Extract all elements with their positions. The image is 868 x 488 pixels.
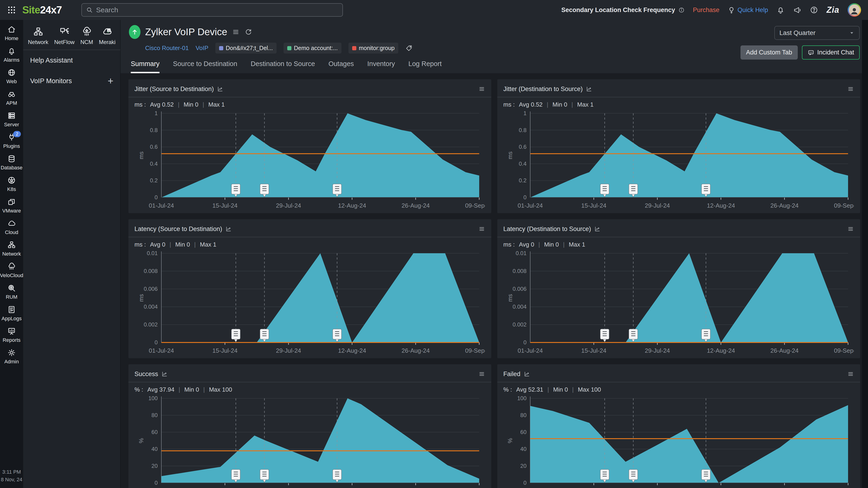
monitor-tag[interactable]: Don&#x27;t_Del...: [215, 43, 277, 54]
breadcrumb-link-voip[interactable]: VoIP: [196, 44, 209, 52]
svg-text:20: 20: [151, 463, 158, 469]
sidebar-item-admin[interactable]: Admin: [0, 346, 23, 367]
incident-chat-button[interactable]: Incident Chat: [802, 45, 860, 60]
divider: [128, 382, 491, 382]
add-monitor-plus-icon[interactable]: +: [107, 78, 113, 84]
product-network[interactable]: Network: [28, 25, 49, 45]
svg-text:29-Jul-24: 29-Jul-24: [645, 202, 670, 209]
sidebar-item-plugins[interactable]: 2 Plugins: [0, 130, 23, 152]
product-label: NCM: [81, 39, 93, 45]
sidebar-item-cloud[interactable]: Cloud: [0, 216, 23, 238]
annotation-flag[interactable]: [231, 329, 240, 342]
divider: [497, 237, 860, 237]
sidebar-item-alarms[interactable]: Alarms: [0, 44, 23, 65]
purchase-link[interactable]: Purchase: [693, 6, 719, 14]
chart-menu-icon[interactable]: [847, 86, 854, 93]
scrollbar-track[interactable]: [862, 20, 868, 488]
sidebar-item-applogs[interactable]: AppLogs: [0, 302, 23, 324]
time-range-select[interactable]: Last Quarter: [774, 26, 860, 40]
sidebar-item-velocloud[interactable]: VeloCloud: [0, 259, 23, 281]
sidebar-item-reports[interactable]: Reports: [0, 324, 23, 346]
chart-title: Failed: [503, 370, 521, 378]
monitor-header: Zylker VoIP Device Cisco Router-01VoIP D…: [121, 20, 868, 73]
velocloud-icon: [7, 262, 16, 271]
breadcrumb-link-cisco-router-01[interactable]: Cisco Router-01: [145, 44, 189, 52]
svg-text:0.004: 0.004: [513, 303, 527, 310]
sidebar-item-web[interactable]: Web: [0, 65, 23, 87]
info-icon[interactable]: [678, 7, 685, 13]
tab-outages[interactable]: Outages: [329, 60, 354, 73]
chart-title: Latency (Source to Destination): [134, 225, 222, 233]
svg-text:100: 100: [517, 395, 527, 401]
sidebar-item-apm[interactable]: APM: [0, 87, 23, 108]
tab-destination-to-source[interactable]: Destination to Source: [251, 60, 315, 73]
tab-log-report[interactable]: Log Report: [408, 60, 442, 73]
tab-inventory[interactable]: Inventory: [367, 60, 395, 73]
avatar-person-icon: [849, 4, 860, 15]
search-input[interactable]: [96, 6, 338, 14]
expand-chart-icon[interactable]: [586, 86, 592, 92]
monitor-tag[interactable]: Demo account:...: [283, 43, 341, 54]
logo-site: Site: [22, 4, 40, 15]
chart-stats: ms : Avg 0.52 | Min 0 | Max 1: [134, 101, 485, 108]
notifications-bell-icon[interactable]: [776, 6, 785, 14]
product-ncm[interactable]: NCM: [81, 25, 93, 45]
global-search[interactable]: [82, 3, 343, 17]
sidebar-item-network[interactable]: Network: [0, 238, 23, 259]
submenu-label: Help Assistant: [30, 57, 73, 64]
sidebar-item-home[interactable]: Home: [0, 22, 23, 44]
sidebar-item-label: Database: [1, 165, 23, 171]
app-grid-icon[interactable]: [7, 5, 16, 14]
sidebar-item-rum[interactable]: RUM: [0, 281, 23, 302]
expand-chart-icon[interactable]: [225, 226, 231, 232]
sidebar-item-k8s[interactable]: K8s: [0, 173, 23, 195]
chart-menu-icon[interactable]: [478, 86, 485, 93]
svg-text:09-Sep-24: 09-Sep-24: [465, 347, 485, 354]
netflow-icon: [59, 26, 70, 37]
svg-text:ms: ms: [138, 294, 145, 302]
chevron-down-icon: [849, 30, 855, 36]
refresh-icon[interactable]: [244, 28, 252, 36]
expand-chart-icon[interactable]: [217, 86, 223, 92]
sidebar-item-label: Admin: [4, 359, 19, 365]
quick-help-button[interactable]: Quick Help: [728, 6, 768, 14]
sidebar-item-help-assistant[interactable]: Help Assistant: [23, 50, 120, 71]
monitor-menu-icon[interactable]: [232, 28, 240, 36]
svg-text:0.8: 0.8: [150, 127, 158, 133]
sidebar-item-server[interactable]: Server: [0, 108, 23, 130]
chart-card-jitter-destination-to-source: Jitter (Destination to Source) ms : Avg …: [497, 79, 860, 213]
sidebar-item-label: Plugins: [3, 143, 20, 149]
expand-chart-icon[interactable]: [594, 226, 600, 232]
expand-chart-icon[interactable]: [161, 371, 167, 377]
chart-menu-icon[interactable]: [847, 225, 854, 232]
svg-text:0.004: 0.004: [144, 303, 158, 310]
zia-logo[interactable]: Zia: [827, 5, 839, 15]
announcements-megaphone-icon[interactable]: [793, 6, 802, 14]
annotation-flag[interactable]: [600, 329, 609, 342]
chart-menu-icon[interactable]: [478, 370, 485, 378]
site24x7-logo: Site24x7: [22, 4, 62, 16]
user-avatar[interactable]: [847, 3, 861, 17]
product-netflow[interactable]: NetFlow: [54, 25, 75, 45]
sidebar-item-vmware[interactable]: VMware: [0, 195, 23, 216]
area-series: [161, 253, 479, 343]
product-meraki[interactable]: Meraki: [99, 25, 116, 45]
add-custom-tab-button[interactable]: Add Custom Tab: [741, 45, 798, 60]
help-question-icon[interactable]: [810, 6, 818, 14]
monitor-tag[interactable]: monitor:group: [348, 43, 398, 54]
chart-menu-icon[interactable]: [847, 370, 854, 378]
alarms-icon: [7, 46, 16, 55]
tag-icon[interactable]: [405, 44, 413, 52]
svg-text:40: 40: [151, 446, 158, 452]
chart-menu-icon[interactable]: [478, 225, 485, 232]
k8s-icon: [7, 176, 16, 185]
svg-text:%: %: [507, 438, 513, 443]
tab-source-to-destination[interactable]: Source to Destination: [173, 60, 237, 73]
sidebar-item-voip-monitors[interactable]: VoIP Monitors +: [23, 71, 120, 91]
divider: [497, 382, 860, 382]
expand-chart-icon[interactable]: [524, 371, 530, 377]
tab-summary[interactable]: Summary: [131, 60, 159, 73]
sidebar-item-database[interactable]: Database: [0, 152, 23, 173]
svg-text:26-Aug-24: 26-Aug-24: [402, 347, 430, 354]
svg-text:%: %: [138, 438, 145, 443]
